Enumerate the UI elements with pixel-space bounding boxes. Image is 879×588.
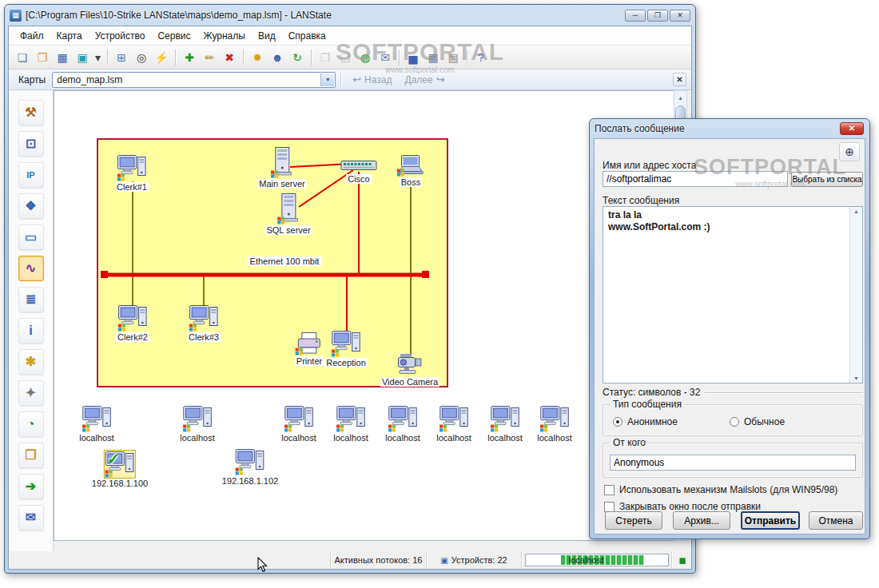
edit-device-button[interactable]: ✏ — [200, 48, 219, 67]
hardware-tools-button[interactable]: ⚒ — [18, 100, 44, 125]
menu-item-help[interactable]: Справка — [282, 28, 332, 44]
menu-item-device[interactable]: Устройство — [89, 28, 152, 44]
map-node-cisco[interactable]: Cisco — [340, 157, 377, 184]
map-node-printer[interactable]: Printer — [295, 332, 324, 366]
rescan-icon: ⚡ — [154, 52, 168, 63]
map-node-localhost[interactable]: localhost — [535, 405, 573, 443]
erase-button[interactable]: Стереть — [605, 511, 662, 530]
dialog-close-button[interactable]: ✕ — [840, 122, 864, 135]
map-node-localhost[interactable]: localhost — [332, 405, 369, 443]
combo-dropdown-icon[interactable]: ▾ — [320, 74, 334, 86]
pick-from-list-button[interactable]: Выбрать из списка — [791, 172, 863, 187]
menu-item-map[interactable]: Карта — [50, 28, 89, 44]
map-wizard-icon: ✱ — [26, 356, 36, 368]
anonymous-radio-label[interactable]: Анонимное — [627, 416, 678, 427]
web-schedule-button[interactable]: ◔ — [18, 411, 44, 437]
help-button[interactable]: ? — [471, 48, 491, 67]
ip-scanner-button[interactable]: IP — [18, 162, 44, 188]
map-node-localhost[interactable]: localhost — [78, 405, 115, 443]
archive-button[interactable]: Архив... — [673, 511, 730, 530]
delete-device-button[interactable]: ✖ — [220, 48, 239, 67]
main-titlebar[interactable]: ▦ [C:\Program Files\10-Strike LANState\m… — [5, 5, 695, 26]
network-browse-icon[interactable]: ⊕ — [839, 142, 860, 161]
from-input[interactable] — [610, 455, 856, 471]
device-table-button[interactable]: ▦ — [424, 48, 443, 67]
map-node-clerk-3[interactable]: Clerk#3 — [187, 304, 221, 342]
normal-radio[interactable] — [730, 417, 739, 427]
message-scroll-down-icon[interactable]: ▼ — [853, 375, 859, 381]
map-node-clerk-1[interactable]: Clerk#1 — [115, 154, 149, 192]
map-node-localhost[interactable]: localhost — [280, 405, 317, 443]
export-map-button[interactable]: ➔ — [18, 474, 44, 499]
forward-button[interactable]: Далее ↪ — [399, 72, 451, 87]
notes-window-button[interactable]: ≣ — [18, 287, 44, 312]
host-address-input[interactable] — [603, 171, 788, 187]
open-map-button[interactable]: ❒ — [33, 48, 52, 67]
map-node-localhost[interactable]: localhost — [384, 405, 421, 443]
map-node-clerk-2[interactable]: Clerk#2 — [116, 304, 149, 342]
back-button[interactable]: ↩ Назад — [346, 72, 398, 87]
map-node-localhost[interactable]: localhost — [178, 405, 216, 443]
open-maps-button[interactable]: ❒ — [18, 443, 44, 468]
export-image-button[interactable]: ▣ — [73, 48, 92, 67]
host-list-button[interactable]: ⊞ — [112, 48, 131, 67]
paste-button[interactable]: ❑ — [336, 48, 355, 67]
map-node-main-server[interactable]: Main server — [257, 146, 306, 189]
map-node-localhost[interactable]: localhost — [486, 405, 523, 443]
new-map-button[interactable]: ❏ — [13, 48, 32, 67]
rescan-button[interactable]: ⚡ — [152, 48, 171, 67]
device-tools-button[interactable]: ✦ — [18, 380, 44, 406]
map-node-sql-server[interactable]: SQL server — [264, 193, 312, 235]
ip-scanner-icon: IP — [26, 171, 34, 180]
web-interface-button[interactable]: ◍ — [356, 48, 375, 67]
map-select-combo[interactable]: demo_map.lsm ▾ — [52, 72, 336, 88]
host-monitor-button[interactable]: ❖ — [18, 193, 44, 219]
message-scroll-up-icon[interactable]: ▲ — [853, 209, 859, 214]
map-wizard-button[interactable]: ✱ — [18, 349, 44, 375]
save-map-button[interactable]: ▦ — [53, 48, 72, 67]
alerts-button[interactable]: ✹ — [248, 48, 267, 67]
map-node-reception[interactable]: Reception — [324, 330, 368, 368]
menu-item-file[interactable]: Файл — [14, 28, 50, 44]
map-node-boss[interactable]: Boss — [396, 154, 425, 187]
send-mail-button[interactable]: ✉ — [376, 48, 395, 67]
copy-button[interactable]: ❐ — [316, 48, 335, 67]
cancel-button[interactable]: Отмена — [809, 511, 863, 530]
compose-mail-button[interactable]: ✉ — [18, 505, 44, 530]
export-dropdown-button[interactable]: ▾ — [93, 48, 103, 67]
map-node-192-168-1-102[interactable]: 192.168.1.102 — [221, 448, 280, 486]
close-button[interactable]: ✕ — [670, 10, 690, 22]
close-map-button[interactable]: ✕ — [673, 73, 686, 86]
normal-radio-label[interactable]: Обычное — [744, 416, 785, 427]
menu-item-service[interactable]: Сервис — [151, 28, 197, 44]
map-node-localhost[interactable]: localhost — [435, 405, 472, 443]
export-map-icon: ➔ — [26, 480, 36, 493]
info-panel-button[interactable]: i — [18, 318, 44, 344]
map-canvas[interactable]: Ethernet 100 mbit Clerk#1Main serverCisc… — [54, 90, 677, 541]
menu-item-view[interactable]: Вид — [252, 28, 282, 44]
message-scrollbar[interactable]: ▲ ▼ — [849, 207, 862, 383]
scroll-up-icon[interactable]: ▴ — [674, 91, 686, 104]
reports-button[interactable]: ▤ — [443, 48, 463, 67]
send-button[interactable]: Отправить — [741, 511, 800, 530]
close-after-send-checkbox[interactable] — [604, 502, 615, 512]
menu-item-journals[interactable]: Журналы — [197, 28, 252, 44]
draw-connections-button[interactable]: ∿ — [18, 256, 44, 281]
poll-hosts-button[interactable]: ↻ — [288, 48, 307, 67]
maximize-button[interactable]: ❐ — [647, 10, 668, 22]
minimize-button[interactable]: ─ — [625, 10, 646, 22]
find-host-button[interactable]: ◎ — [132, 48, 151, 67]
network-hosts-button[interactable]: ⊡ — [18, 131, 44, 157]
close-after-send-checkbox-row[interactable]: Закрывать окно после отправки — [604, 501, 761, 512]
message-textarea[interactable]: tra la la www.SoftPortal.com :) ▲ ▼ — [603, 206, 863, 383]
dialog-titlebar[interactable]: Послать сообщение ✕ — [590, 119, 869, 138]
map-node-video-camera[interactable]: Video Camera — [380, 352, 440, 387]
mailslots-checkbox-row[interactable]: Использовать механизм Mailslots (для WIN… — [604, 484, 837, 495]
mailslots-checkbox[interactable] — [604, 485, 615, 495]
add-device-button[interactable]: ✚ — [180, 48, 199, 67]
find-user-button[interactable]: ☻ — [268, 48, 287, 67]
anonymous-radio[interactable] — [613, 417, 622, 427]
traffic-monitor-button[interactable]: ▅ — [404, 48, 423, 67]
map-node-192-168-1-100[interactable]: ✓192.168.1.100 — [90, 451, 149, 488]
select-area-button[interactable]: ▭ — [18, 224, 44, 250]
